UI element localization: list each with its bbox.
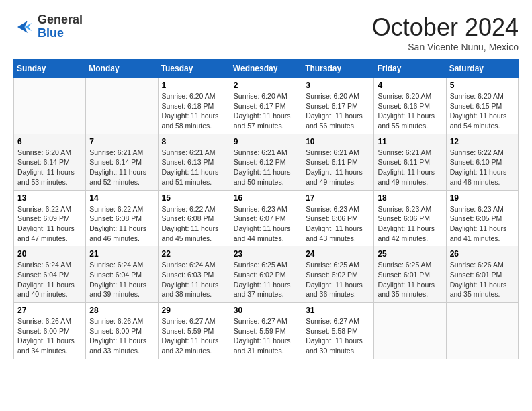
day-cell: 11Sunrise: 6:21 AMSunset: 6:11 PMDayligh… [374, 134, 446, 190]
header-cell-tuesday: Tuesday [158, 60, 230, 78]
day-cell: 30Sunrise: 6:27 AMSunset: 5:59 PMDayligh… [230, 303, 302, 359]
day-info: Sunrise: 6:20 AMSunset: 6:17 PMDaylight:… [306, 91, 370, 131]
header-cell-wednesday: Wednesday [230, 60, 302, 78]
day-cell: 31Sunrise: 6:27 AMSunset: 5:58 PMDayligh… [302, 303, 374, 359]
day-info: Sunrise: 6:20 AMSunset: 6:17 PMDaylight:… [234, 91, 298, 131]
day-cell: 22Sunrise: 6:24 AMSunset: 6:03 PMDayligh… [158, 246, 230, 303]
day-info: Sunrise: 6:27 AMSunset: 5:59 PMDaylight:… [162, 316, 226, 356]
day-cell: 7Sunrise: 6:21 AMSunset: 6:14 PMDaylight… [86, 134, 158, 190]
day-number: 10 [306, 137, 370, 146]
day-number: 20 [17, 249, 82, 259]
day-info: Sunrise: 6:20 AMSunset: 6:18 PMDaylight:… [162, 91, 226, 131]
month-title: October 2024 [372, 13, 519, 42]
day-cell: 3Sunrise: 6:20 AMSunset: 6:17 PMDaylight… [302, 78, 374, 134]
header-row: SundayMondayTuesdayWednesdayThursdayFrid… [14, 60, 519, 78]
day-cell: 14Sunrise: 6:22 AMSunset: 6:08 PMDayligh… [86, 190, 158, 246]
day-info: Sunrise: 6:21 AMSunset: 6:13 PMDaylight:… [162, 148, 226, 187]
location: San Vicente Nunu, Mexico [372, 42, 519, 52]
day-number: 25 [378, 249, 442, 259]
day-info: Sunrise: 6:23 AMSunset: 6:05 PMDaylight:… [450, 204, 515, 244]
day-cell: 6Sunrise: 6:20 AMSunset: 6:14 PMDaylight… [14, 134, 86, 190]
day-cell [446, 303, 518, 359]
day-cell: 20Sunrise: 6:24 AMSunset: 6:04 PMDayligh… [14, 246, 86, 303]
day-cell: 18Sunrise: 6:23 AMSunset: 6:06 PMDayligh… [374, 190, 446, 246]
day-cell: 4Sunrise: 6:20 AMSunset: 6:16 PMDaylight… [374, 78, 446, 134]
day-number: 29 [162, 306, 226, 315]
day-number: 14 [89, 193, 154, 203]
day-info: Sunrise: 6:22 AMSunset: 6:10 PMDaylight:… [450, 148, 515, 187]
day-info: Sunrise: 6:20 AMSunset: 6:15 PMDaylight:… [450, 91, 515, 131]
logo-blue-text: Blue [38, 26, 64, 40]
day-number: 1 [162, 81, 226, 90]
day-info: Sunrise: 6:25 AMSunset: 6:02 PMDaylight:… [234, 260, 298, 300]
day-info: Sunrise: 6:20 AMSunset: 6:16 PMDaylight:… [378, 91, 442, 131]
day-info: Sunrise: 6:27 AMSunset: 5:59 PMDaylight:… [234, 316, 298, 356]
day-cell: 29Sunrise: 6:27 AMSunset: 5:59 PMDayligh… [158, 303, 230, 359]
day-number: 24 [306, 249, 370, 259]
title-block: October 2024 San Vicente Nunu, Mexico [372, 13, 519, 52]
day-number: 7 [89, 137, 154, 146]
day-number: 13 [17, 193, 82, 203]
day-number: 26 [450, 249, 515, 259]
day-info: Sunrise: 6:25 AMSunset: 6:01 PMDaylight:… [378, 260, 442, 300]
day-cell: 23Sunrise: 6:25 AMSunset: 6:02 PMDayligh… [230, 246, 302, 303]
day-info: Sunrise: 6:24 AMSunset: 6:04 PMDaylight:… [17, 260, 82, 300]
header-cell-friday: Friday [374, 60, 446, 78]
day-info: Sunrise: 6:22 AMSunset: 6:08 PMDaylight:… [89, 204, 154, 244]
day-info: Sunrise: 6:24 AMSunset: 6:04 PMDaylight:… [89, 260, 154, 300]
day-info: Sunrise: 6:23 AMSunset: 6:06 PMDaylight:… [378, 204, 442, 244]
day-number: 12 [450, 137, 515, 146]
week-row-2: 6Sunrise: 6:20 AMSunset: 6:14 PMDaylight… [14, 134, 519, 190]
day-number: 9 [234, 137, 298, 146]
day-cell: 16Sunrise: 6:23 AMSunset: 6:07 PMDayligh… [230, 190, 302, 246]
day-info: Sunrise: 6:26 AMSunset: 6:00 PMDaylight:… [17, 316, 82, 356]
day-info: Sunrise: 6:21 AMSunset: 6:12 PMDaylight:… [234, 148, 298, 187]
day-cell: 17Sunrise: 6:23 AMSunset: 6:06 PMDayligh… [302, 190, 374, 246]
day-number: 4 [378, 81, 442, 90]
day-number: 21 [89, 249, 154, 259]
day-number: 19 [450, 193, 515, 203]
day-number: 18 [378, 193, 442, 203]
day-info: Sunrise: 6:24 AMSunset: 6:03 PMDaylight:… [162, 260, 226, 300]
day-cell [14, 78, 86, 134]
day-number: 3 [306, 81, 370, 90]
day-cell: 8Sunrise: 6:21 AMSunset: 6:13 PMDaylight… [158, 134, 230, 190]
week-row-5: 27Sunrise: 6:26 AMSunset: 6:00 PMDayligh… [14, 303, 519, 359]
day-cell: 1Sunrise: 6:20 AMSunset: 6:18 PMDaylight… [158, 78, 230, 134]
header-cell-sunday: Sunday [14, 60, 86, 78]
day-number: 6 [17, 137, 82, 146]
day-number: 23 [234, 249, 298, 259]
day-info: Sunrise: 6:25 AMSunset: 6:02 PMDaylight:… [306, 260, 370, 300]
day-cell: 2Sunrise: 6:20 AMSunset: 6:17 PMDaylight… [230, 78, 302, 134]
day-cell: 5Sunrise: 6:20 AMSunset: 6:15 PMDaylight… [446, 78, 518, 134]
day-cell [86, 78, 158, 134]
day-info: Sunrise: 6:26 AMSunset: 6:01 PMDaylight:… [450, 260, 515, 300]
calendar-header: SundayMondayTuesdayWednesdayThursdayFrid… [14, 60, 519, 78]
day-cell: 28Sunrise: 6:26 AMSunset: 6:00 PMDayligh… [86, 303, 158, 359]
day-cell [374, 303, 446, 359]
day-number: 31 [306, 306, 370, 315]
day-cell: 19Sunrise: 6:23 AMSunset: 6:05 PMDayligh… [446, 190, 518, 246]
calendar-body: 1Sunrise: 6:20 AMSunset: 6:18 PMDaylight… [14, 78, 519, 359]
day-info: Sunrise: 6:20 AMSunset: 6:14 PMDaylight:… [17, 148, 82, 187]
header-cell-monday: Monday [86, 60, 158, 78]
day-cell: 15Sunrise: 6:22 AMSunset: 6:08 PMDayligh… [158, 190, 230, 246]
day-info: Sunrise: 6:21 AMSunset: 6:11 PMDaylight:… [306, 148, 370, 187]
day-info: Sunrise: 6:21 AMSunset: 6:14 PMDaylight:… [89, 148, 154, 187]
logo: General Blue [13, 13, 83, 40]
day-info: Sunrise: 6:22 AMSunset: 6:09 PMDaylight:… [17, 204, 82, 244]
day-info: Sunrise: 6:21 AMSunset: 6:11 PMDaylight:… [378, 148, 442, 187]
day-cell: 12Sunrise: 6:22 AMSunset: 6:10 PMDayligh… [446, 134, 518, 190]
week-row-1: 1Sunrise: 6:20 AMSunset: 6:18 PMDaylight… [14, 78, 519, 134]
header-cell-thursday: Thursday [302, 60, 374, 78]
logo-icon [13, 17, 34, 37]
day-number: 11 [378, 137, 442, 146]
day-number: 22 [162, 249, 226, 259]
day-number: 17 [306, 193, 370, 203]
day-number: 27 [17, 306, 82, 315]
day-info: Sunrise: 6:27 AMSunset: 5:58 PMDaylight:… [306, 316, 370, 356]
day-cell: 25Sunrise: 6:25 AMSunset: 6:01 PMDayligh… [374, 246, 446, 303]
day-info: Sunrise: 6:23 AMSunset: 6:06 PMDaylight:… [306, 204, 370, 244]
day-number: 28 [89, 306, 154, 315]
header-cell-saturday: Saturday [446, 60, 518, 78]
